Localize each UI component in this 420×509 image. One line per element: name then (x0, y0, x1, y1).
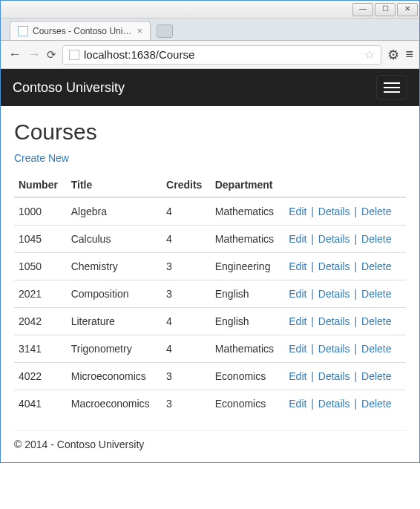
delete-link[interactable]: Delete (361, 206, 391, 217)
col-header-number: Number (14, 173, 67, 197)
chrome-menu-icon[interactable]: ≡ (405, 47, 412, 62)
col-header-actions (284, 173, 406, 197)
details-link[interactable]: Details (318, 260, 350, 272)
address-bar: ← → ⟳ localhost:1638/Course ☆ ⚙ ≡ (1, 41, 419, 69)
edit-link[interactable]: Edit (289, 288, 306, 300)
url-field[interactable]: localhost:1638/Course ☆ (62, 45, 381, 65)
create-new-link[interactable]: Create New (14, 152, 69, 164)
cell-number: 1045 (14, 226, 67, 253)
cell-actions: Edit | Details | Delete (284, 308, 406, 335)
delete-link[interactable]: Delete (361, 233, 391, 245)
cell-credits: 3 (162, 280, 211, 308)
delete-link[interactable]: Delete (361, 370, 391, 382)
delete-link[interactable]: Delete (361, 343, 391, 355)
cell-actions: Edit | Details | Delete (284, 390, 406, 418)
delete-link[interactable]: Delete (361, 315, 391, 327)
delete-link[interactable]: Delete (361, 260, 391, 272)
action-separator: | (308, 233, 316, 245)
cell-number: 2042 (14, 308, 67, 335)
details-link[interactable]: Details (318, 315, 350, 327)
details-link[interactable]: Details (318, 288, 350, 300)
delete-link[interactable]: Delete (361, 288, 391, 300)
window-titlebar: — ☐ ✕ (1, 1, 419, 19)
details-link[interactable]: Details (318, 398, 350, 410)
url-path: /Course (156, 48, 195, 61)
edit-link[interactable]: Edit (289, 398, 306, 410)
forward-button[interactable]: → (27, 47, 41, 62)
action-separator: | (352, 233, 360, 245)
details-link[interactable]: Details (318, 370, 350, 382)
cell-title: Calculus (67, 226, 162, 253)
cell-department: Economics (211, 363, 285, 390)
table-row: 1045Calculus4MathematicsEdit | Details |… (14, 226, 406, 253)
cell-title: Macroeconomics (67, 390, 162, 418)
action-separator: | (308, 398, 316, 410)
edit-link[interactable]: Edit (289, 315, 306, 327)
maximize-button[interactable]: ☐ (375, 3, 396, 16)
hamburger-icon (384, 82, 400, 84)
edit-link[interactable]: Edit (289, 260, 306, 272)
details-link[interactable]: Details (318, 343, 350, 355)
edit-link[interactable]: Edit (289, 206, 306, 217)
cell-number: 2021 (14, 280, 67, 308)
action-separator: | (308, 343, 316, 355)
cell-actions: Edit | Details | Delete (284, 253, 406, 280)
new-tab-button[interactable] (157, 24, 173, 38)
delete-link[interactable]: Delete (361, 398, 391, 410)
tab-title: Courses - Contoso Univers (33, 26, 132, 36)
cell-title: Trigonometry (67, 335, 162, 363)
reload-button[interactable]: ⟳ (47, 48, 56, 62)
cell-department: Engineering (211, 253, 285, 280)
action-separator: | (308, 370, 316, 382)
edit-link[interactable]: Edit (289, 233, 306, 245)
cell-credits: 4 (162, 197, 211, 226)
cell-actions: Edit | Details | Delete (284, 335, 406, 363)
gear-icon[interactable]: ⚙ (387, 47, 399, 63)
table-row: 2021Composition3EnglishEdit | Details | … (14, 280, 406, 308)
hamburger-icon (384, 87, 400, 88)
cell-credits: 3 (162, 363, 211, 390)
page-icon (18, 26, 28, 36)
browser-window: — ☐ ✕ Courses - Contoso Univers × ← → ⟳ … (0, 0, 420, 463)
details-link[interactable]: Details (318, 206, 350, 217)
edit-link[interactable]: Edit (289, 370, 306, 382)
cell-number: 1000 (14, 197, 67, 226)
cell-title: Chemistry (67, 253, 162, 280)
cell-actions: Edit | Details | Delete (284, 280, 406, 308)
action-separator: | (352, 288, 360, 300)
cell-actions: Edit | Details | Delete (284, 363, 406, 390)
browser-tab[interactable]: Courses - Contoso Univers × (10, 21, 151, 40)
action-separator: | (352, 370, 360, 382)
minimize-button[interactable]: — (352, 3, 373, 16)
bookmark-star-icon[interactable]: ☆ (364, 47, 375, 62)
navbar-toggle-button[interactable] (376, 75, 407, 100)
tab-strip: Courses - Contoso Univers × (1, 19, 419, 41)
action-separator: | (352, 343, 360, 355)
action-separator: | (352, 206, 360, 217)
page-title: Courses (14, 119, 406, 145)
table-row: 3141Trigonometry4MathematicsEdit | Detai… (14, 335, 406, 363)
details-link[interactable]: Details (318, 233, 350, 245)
site-icon (69, 50, 79, 60)
table-row: 4041Macroeconomics3EconomicsEdit | Detai… (14, 390, 406, 418)
edit-link[interactable]: Edit (289, 343, 306, 355)
close-tab-icon[interactable]: × (137, 25, 142, 36)
url-port: 1638 (131, 48, 155, 61)
table-row: 4022Microeconomics3EconomicsEdit | Detai… (14, 363, 406, 390)
cell-title: Microeconomics (67, 363, 162, 390)
cell-number: 4022 (14, 363, 67, 390)
col-header-credits: Credits (162, 173, 211, 197)
cell-number: 4041 (14, 390, 67, 418)
action-separator: | (308, 315, 316, 327)
courses-table: Number Title Credits Department 1000Alge… (14, 173, 406, 417)
back-button[interactable]: ← (8, 47, 22, 62)
cell-credits: 4 (162, 335, 211, 363)
close-window-button[interactable]: ✕ (397, 3, 418, 16)
action-separator: | (352, 260, 360, 272)
col-header-title: Title (67, 173, 162, 197)
table-row: 1000Algebra4MathematicsEdit | Details | … (14, 197, 406, 226)
navbar-brand[interactable]: Contoso University (13, 80, 125, 96)
action-separator: | (308, 260, 316, 272)
cell-department: English (211, 280, 285, 308)
cell-credits: 4 (162, 308, 211, 335)
